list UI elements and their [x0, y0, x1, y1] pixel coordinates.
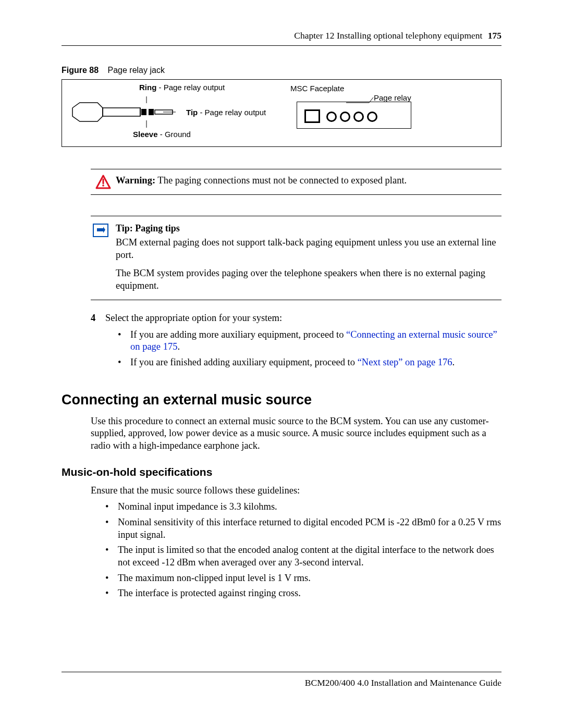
step-4: 4 Select the appropriate option for your… — [91, 313, 501, 324]
tip-block: Tip: Paging tips BCM external paging doe… — [91, 216, 501, 300]
figure-label: Figure 88 — [62, 66, 99, 75]
svg-rect-3 — [149, 109, 154, 115]
page: Chapter 12 Installing optional telephony… — [0, 0, 563, 728]
tip-label: Tip - Page relay output — [186, 108, 266, 117]
page-number: 175 — [488, 30, 501, 41]
warning-text: Warning: The paging connections must not… — [116, 175, 407, 187]
page-footer: BCM200/400 4.0 Installation and Maintena… — [62, 672, 501, 688]
subsection-heading: Music-on-hold specifications — [62, 466, 501, 478]
figure-caption: Figure 88 Page relay jack — [62, 66, 501, 75]
warning-icon — [91, 175, 116, 189]
svg-rect-0 — [103, 108, 140, 116]
svg-rect-2 — [141, 109, 146, 115]
section-body: Use this procedure to connect an externa… — [91, 415, 501, 452]
list-item: •Nominal sensitivity of this interface r… — [105, 516, 501, 541]
msc-label: MSC Faceplate — [290, 84, 344, 93]
step-number: 4 — [91, 313, 105, 324]
chapter-title: Chapter 12 Installing optional telephony… — [294, 30, 482, 41]
tip-para2: The BCM system provides paging over the … — [116, 267, 501, 292]
tip-title: Tip: Paging tips — [116, 223, 501, 235]
step-text: Select the appropriate option for your s… — [105, 313, 282, 324]
subsection-intro: Ensure that the music source follows the… — [91, 485, 501, 497]
figure-title: Page relay jack — [107, 66, 164, 75]
list-item: •The interface is protected against ring… — [105, 587, 501, 600]
svg-marker-13 — [97, 227, 105, 233]
page-header: Chapter 12 Installing optional telephony… — [62, 30, 501, 46]
msc-dot — [353, 112, 364, 122]
tip-para1: BCM external paging does not support tal… — [116, 237, 501, 261]
tip-icon — [91, 223, 116, 292]
warning-block: Warning: The paging connections must not… — [91, 169, 501, 195]
msc-port — [304, 109, 320, 123]
link-next-step[interactable]: “Next step” on page 176 — [358, 357, 452, 367]
spec-list: •Nominal input impedance is 3.3 kilohms.… — [105, 501, 501, 600]
step-4-bullets: • If you are adding more auxiliary equip… — [118, 329, 501, 369]
msc-dot — [367, 112, 377, 122]
list-item: •Nominal input impedance is 3.3 kilohms. — [105, 501, 501, 513]
sleeve-label: Sleeve - Ground — [133, 130, 191, 139]
jack-diagram — [71, 96, 176, 133]
figure-box: Ring - Page relay output Tip - Page rela… — [62, 79, 501, 147]
msc-dot — [326, 112, 337, 122]
section-heading: Connecting an external music source — [62, 392, 501, 408]
list-item: •The maximum non-clipped input level is … — [105, 572, 501, 585]
list-item: • If you are finished adding auxiliary e… — [118, 356, 501, 369]
list-item: • If you are adding more auxiliary equip… — [118, 329, 501, 353]
list-item: •The input is limited so that the encode… — [105, 544, 501, 569]
ring-label: Ring - Page relay output — [139, 83, 225, 92]
pagerelay-label: Page relay — [374, 93, 411, 102]
msc-faceplate — [297, 102, 411, 129]
svg-point-12 — [102, 184, 104, 187]
msc-dot — [340, 112, 350, 122]
